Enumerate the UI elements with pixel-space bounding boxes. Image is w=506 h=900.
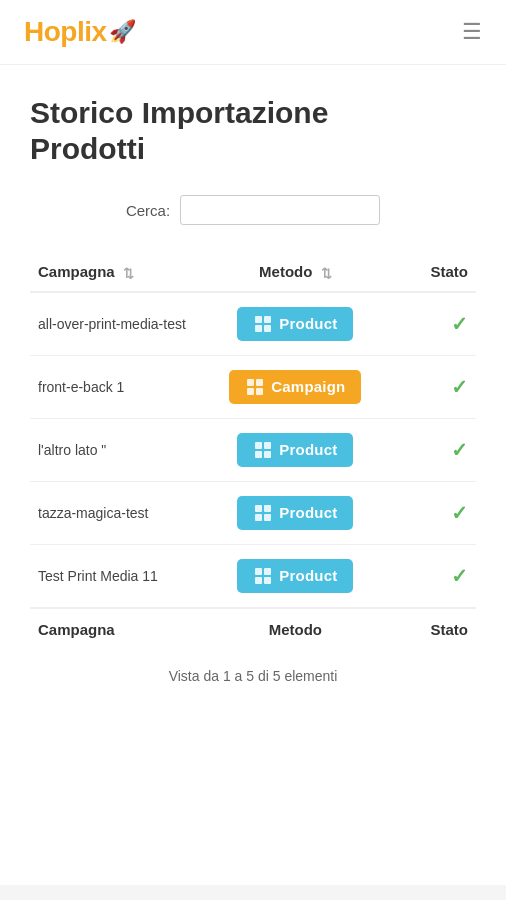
grid-icon [253, 566, 273, 586]
page-title: Storico Importazione Prodotti [30, 95, 476, 167]
footer-stato: Stato [373, 608, 476, 650]
check-icon: ✓ [451, 502, 468, 524]
pagination-info: Vista da 1 a 5 di 5 elementi [30, 668, 476, 684]
campaign-badge: Campaign [229, 370, 361, 404]
check-icon: ✓ [451, 376, 468, 398]
cell-metodo: Product [217, 481, 373, 544]
rocket-icon: 🚀 [109, 19, 136, 45]
col-header-metodo[interactable]: Metodo ⇅ [217, 253, 373, 292]
app-header: Hoplix 🚀 ☰ [0, 0, 506, 65]
data-table: Campagna ⇅ Metodo ⇅ Stato all-over-print… [30, 253, 476, 650]
cell-campagna: front-e-back 1 [30, 355, 217, 418]
cell-stato: ✓ [373, 544, 476, 608]
badge-label: Campaign [271, 378, 345, 395]
table-row: front-e-back 1Campaign✓ [30, 355, 476, 418]
col-header-campagna[interactable]: Campagna ⇅ [30, 253, 217, 292]
table-row: Test Print Media 11Product✓ [30, 544, 476, 608]
product-badge: Product [237, 496, 353, 530]
footer-metodo: Metodo [217, 608, 373, 650]
badge-label: Product [279, 315, 337, 332]
product-badge: Product [237, 433, 353, 467]
cell-campagna: l'altro lato " [30, 418, 217, 481]
sort-icon-campagna: ⇅ [123, 266, 134, 281]
grid-squares-icon [247, 379, 263, 395]
cell-stato: ✓ [373, 355, 476, 418]
cell-stato: ✓ [373, 481, 476, 544]
cell-campagna: tazza-magica-test [30, 481, 217, 544]
cell-metodo: Product [217, 292, 373, 356]
grid-icon [245, 377, 265, 397]
menu-button[interactable]: ☰ [462, 19, 482, 45]
grid-squares-icon [255, 316, 271, 332]
grid-squares-icon [255, 568, 271, 584]
cell-stato: ✓ [373, 418, 476, 481]
table-row: tazza-magica-testProduct✓ [30, 481, 476, 544]
grid-squares-icon [255, 442, 271, 458]
table-header-row: Campagna ⇅ Metodo ⇅ Stato [30, 253, 476, 292]
main-content: Storico Importazione Prodotti Cerca: Cam… [0, 65, 506, 885]
grid-icon [253, 503, 273, 523]
check-icon: ✓ [451, 439, 468, 461]
logo-text: Hoplix [24, 16, 107, 48]
logo: Hoplix 🚀 [24, 16, 136, 48]
cell-stato: ✓ [373, 292, 476, 356]
search-input[interactable] [180, 195, 380, 225]
sort-icon-metodo: ⇅ [321, 266, 332, 281]
cell-campagna: all-over-print-media-test [30, 292, 217, 356]
col-header-stato: Stato [373, 253, 476, 292]
footer-campagna: Campagna [30, 608, 217, 650]
badge-label: Product [279, 441, 337, 458]
product-badge: Product [237, 307, 353, 341]
check-icon: ✓ [451, 565, 468, 587]
cell-metodo: Product [217, 418, 373, 481]
grid-icon [253, 440, 273, 460]
check-icon: ✓ [451, 313, 468, 335]
badge-label: Product [279, 504, 337, 521]
table-row: l'altro lato "Product✓ [30, 418, 476, 481]
search-label: Cerca: [126, 202, 170, 219]
grid-squares-icon [255, 505, 271, 521]
table-footer-row: Campagna Metodo Stato [30, 608, 476, 650]
table-row: all-over-print-media-testProduct✓ [30, 292, 476, 356]
cell-metodo: Campaign [217, 355, 373, 418]
cell-metodo: Product [217, 544, 373, 608]
cell-campagna: Test Print Media 11 [30, 544, 217, 608]
search-row: Cerca: [30, 195, 476, 225]
badge-label: Product [279, 567, 337, 584]
grid-icon [253, 314, 273, 334]
product-badge: Product [237, 559, 353, 593]
